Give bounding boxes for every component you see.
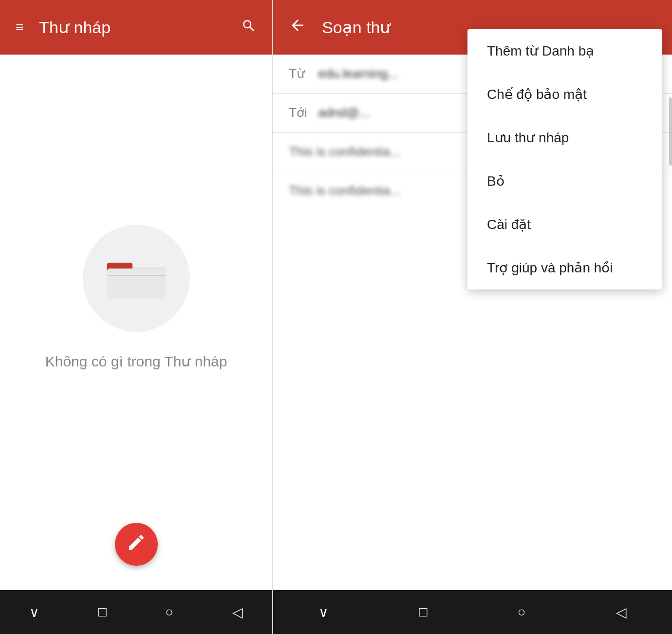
- right-panel: Soạn thư Từ edu.learning... Tới adnd@...…: [273, 0, 672, 634]
- nav-circle-icon[interactable]: ○: [165, 604, 173, 620]
- left-bottom-nav: ∨ □ ○ ◁: [0, 590, 272, 634]
- menu-item-save-draft[interactable]: Lưu thư nháp: [467, 116, 662, 159]
- right-nav-square-icon[interactable]: □: [419, 604, 427, 620]
- left-title: Thư nháp: [39, 18, 241, 37]
- menu-item-help-feedback[interactable]: Trợ giúp và phản hồi: [467, 246, 662, 289]
- menu-item-discard[interactable]: Bỏ: [467, 159, 662, 203]
- empty-folder-icon: [83, 225, 190, 332]
- svg-rect-2: [107, 269, 166, 299]
- right-bottom-nav: ∨ □ ○ ◁: [273, 590, 672, 634]
- menu-item-security-mode[interactable]: Chế độ bảo mật: [467, 73, 662, 116]
- left-content: Không có gì trong Thư nháp: [0, 55, 272, 590]
- empty-label: Không có gì trong Thư nháp: [45, 351, 227, 372]
- left-panel: ≡ Thư nháp Không có gì trong Thư nháp: [0, 0, 272, 634]
- menu-item-settings[interactable]: Cài đặt: [467, 203, 662, 246]
- compose-fab-button[interactable]: [115, 523, 158, 566]
- pencil-icon: [127, 533, 146, 557]
- right-title: Soạn thư: [322, 18, 391, 37]
- body-text-1: This is confidentia...: [289, 144, 401, 159]
- right-nav-chevron-icon[interactable]: ∨: [318, 604, 329, 620]
- back-icon[interactable]: [289, 17, 306, 38]
- dropdown-menu: Thêm từ Danh bạ Chế độ bảo mật Lưu thư n…: [467, 29, 662, 289]
- nav-square-icon[interactable]: □: [98, 604, 107, 620]
- nav-back-icon[interactable]: ◁: [232, 604, 243, 620]
- body-text-2: This is confidentia...: [289, 183, 401, 198]
- left-header: ≡ Thư nháp: [0, 0, 272, 55]
- scroll-indicator: [669, 97, 672, 166]
- hamburger-icon[interactable]: ≡: [16, 20, 23, 34]
- from-label: Từ: [289, 66, 318, 81]
- right-nav-back-icon[interactable]: ◁: [616, 604, 627, 620]
- search-icon[interactable]: [241, 18, 257, 37]
- right-nav-circle-icon[interactable]: ○: [518, 604, 526, 620]
- to-label: Tới: [289, 105, 318, 120]
- nav-chevron-down-icon[interactable]: ∨: [29, 604, 39, 620]
- menu-item-add-contact[interactable]: Thêm từ Danh bạ: [467, 29, 662, 73]
